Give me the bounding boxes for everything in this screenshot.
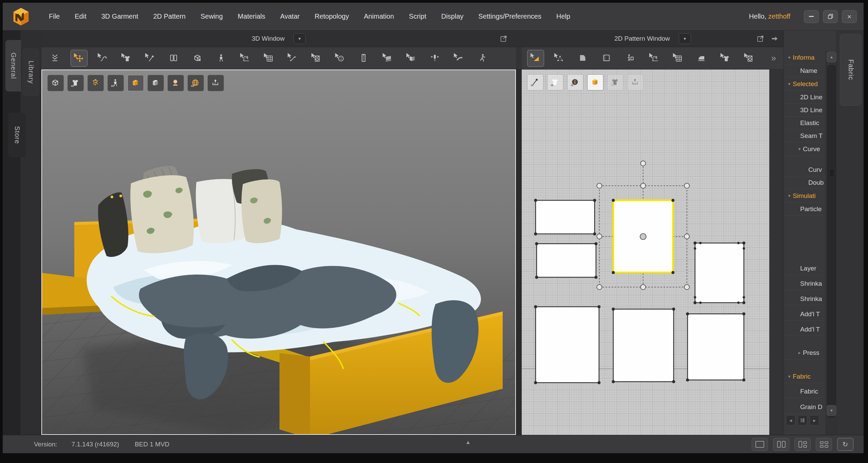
tool-trace-pattern-button[interactable] <box>622 50 639 67</box>
tab-store[interactable]: Store <box>8 113 26 157</box>
pattern-notch-point[interactable] <box>699 242 702 244</box>
toggle-render-view-button[interactable] <box>208 75 224 91</box>
property-row-name[interactable]: Name <box>784 64 826 77</box>
pattern-point[interactable] <box>686 379 689 382</box>
menu-item-script[interactable]: Script <box>409 13 426 20</box>
toggle-show-garment-2d-button[interactable] <box>547 74 563 90</box>
toggle-show-pins-button[interactable] <box>88 75 104 91</box>
property-row-add-l-t[interactable]: Add'l T <box>784 323 826 336</box>
pattern-piece-1[interactable] <box>534 199 596 236</box>
tool-sewing-3d-button[interactable] <box>237 50 254 67</box>
property-row-layer[interactable]: Layer <box>784 262 826 275</box>
selection-rotate-handle[interactable] <box>641 161 646 166</box>
close-button[interactable]: × <box>842 10 857 23</box>
selection-scale-handle[interactable] <box>641 285 646 290</box>
pattern-point[interactable] <box>742 301 746 304</box>
pattern-point[interactable] <box>612 271 615 274</box>
toggle-show-pins-2d-button[interactable] <box>527 74 543 90</box>
tool-measure-tape-button[interactable] <box>450 50 467 67</box>
selection-scale-handle[interactable] <box>597 183 602 188</box>
menu-item-file[interactable]: File <box>49 13 60 20</box>
pattern-point[interactable] <box>612 308 615 311</box>
pattern-point[interactable] <box>672 271 675 274</box>
scrollbar-thumb[interactable] <box>827 65 836 418</box>
tool-edit-curvature-button[interactable] <box>284 50 301 67</box>
minimize-button[interactable] <box>804 10 819 23</box>
property-row-particle[interactable]: Particle <box>784 203 826 216</box>
tool-arrange-avatar-button[interactable] <box>213 50 230 67</box>
tool-select-garment-button[interactable] <box>118 50 135 67</box>
pattern-point[interactable] <box>595 242 598 245</box>
pattern-point[interactable] <box>534 199 537 202</box>
property-row-shrinka[interactable]: Shrinka <box>784 293 826 305</box>
toggle-show-internal-shapes-button[interactable] <box>148 75 164 91</box>
tool-edit-sewing-button[interactable] <box>646 50 663 67</box>
pattern-point[interactable] <box>534 305 537 308</box>
layout-two-pane-button[interactable] <box>773 438 789 451</box>
pattern-notch-point[interactable] <box>694 247 696 250</box>
menu-item-display[interactable]: Display <box>441 13 464 20</box>
menu-item-3d-garment[interactable]: 3D Garment <box>101 13 138 20</box>
selection-scale-handle[interactable] <box>684 183 690 188</box>
tab-general[interactable]: General <box>5 40 21 92</box>
2d-window-selector-dropdown[interactable]: ▼ <box>679 33 691 44</box>
chevron-down-icon[interactable]: ▾ <box>796 146 803 152</box>
property-row-add-l-t[interactable]: Add'l T <box>784 308 826 321</box>
property-row-seam-t[interactable]: Seam T <box>784 129 826 142</box>
2d-window-popout-icon[interactable] <box>756 35 765 43</box>
property-subrow-curv[interactable]: Curv <box>784 163 826 176</box>
scroll-down-button[interactable]: ▼ <box>827 405 836 416</box>
tab-library[interactable]: Library <box>22 48 39 96</box>
toggle-show-patterns-2d-button[interactable] <box>587 74 603 90</box>
selection-scale-handle[interactable] <box>641 183 646 188</box>
toggle-show-solid-button[interactable] <box>47 75 64 91</box>
tool-fabric-roll-2d-button[interactable] <box>741 50 758 67</box>
pattern-piece-2[interactable] <box>535 242 598 279</box>
pattern-notch-point[interactable] <box>694 296 696 299</box>
property-row-2d-line[interactable]: 2D Line <box>784 91 826 104</box>
property-header-informa[interactable]: ▾Informa <box>784 51 826 64</box>
chevron-down-icon[interactable]: ▾ <box>786 55 793 60</box>
pattern-point[interactable] <box>535 276 538 279</box>
menu-item-materials[interactable]: Materials <box>238 13 265 20</box>
toggle-show-pattern-info-button[interactable] <box>567 74 583 90</box>
2d-window-dock-arrow-icon[interactable] <box>771 35 779 43</box>
property-row-shrinka[interactable]: Shrinka <box>784 277 826 290</box>
pattern-point[interactable] <box>595 276 598 279</box>
tool-gizmo-button[interactable] <box>189 50 206 67</box>
tool-fabric-texture-button[interactable] <box>261 50 277 67</box>
pattern-notch-point[interactable] <box>743 296 745 299</box>
more-tools-chevron-icon[interactable]: » <box>771 53 776 63</box>
pattern-point[interactable] <box>593 199 596 202</box>
pattern-notch-point[interactable] <box>737 242 740 244</box>
layout-reset-button[interactable]: ↻ <box>837 438 853 451</box>
selection-scale-handle[interactable] <box>597 234 602 239</box>
tool-edit-pattern-button[interactable] <box>551 50 568 67</box>
timeline-collapse-button[interactable]: ▲ <box>465 439 471 445</box>
tool-zipper-tool-button[interactable] <box>355 50 372 67</box>
tool-fold-tool-button[interactable] <box>403 50 420 67</box>
layout-three-pane-button[interactable] <box>794 438 811 451</box>
toggle-show-patterns-button[interactable] <box>128 75 144 91</box>
property-subheader-curve[interactable]: ▾Curve <box>784 142 826 156</box>
property-row-3d-line[interactable]: 3D Line <box>784 104 826 117</box>
scroll-up-button[interactable]: ▲ <box>827 52 836 62</box>
selection-center-handle[interactable] <box>640 234 646 240</box>
chevron-right-icon[interactable]: ▸ <box>796 350 803 355</box>
pattern-notch-point[interactable] <box>699 302 702 304</box>
pattern-point[interactable] <box>535 242 538 245</box>
pattern-point[interactable] <box>694 242 697 245</box>
property-row-elastic[interactable]: Elastic <box>784 117 826 129</box>
tool-fabric-roll-button[interactable] <box>308 50 325 67</box>
pattern-point[interactable] <box>694 301 697 304</box>
2d-viewport[interactable] <box>522 69 769 435</box>
tab-fabric[interactable]: Fabric <box>840 34 862 106</box>
pattern-piece-4[interactable] <box>694 242 746 304</box>
layout-four-pane-button[interactable] <box>816 438 832 451</box>
menu-item-help[interactable]: Help <box>556 13 570 20</box>
tool-pinch-tool-button[interactable] <box>427 50 444 67</box>
pattern-notch-point[interactable] <box>743 247 745 250</box>
app-logo-icon[interactable] <box>12 7 30 26</box>
pattern-point[interactable] <box>672 380 675 383</box>
pattern-point[interactable] <box>534 381 537 384</box>
